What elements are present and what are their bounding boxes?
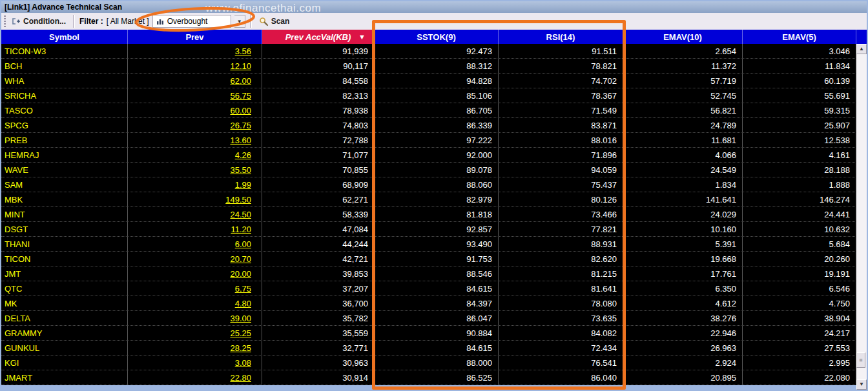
cell-prev[interactable]: 20.70 bbox=[128, 252, 262, 266]
cell-prev[interactable]: 20.00 bbox=[128, 266, 262, 281]
table-row[interactable]: GRAMMY25.2535,55990.88484.08222.94624.21… bbox=[1, 326, 856, 341]
cell-rsi: 71.896 bbox=[499, 148, 623, 162]
cell-symbol[interactable]: MK bbox=[1, 296, 128, 310]
cell-prev[interactable]: 4.80 bbox=[128, 296, 262, 310]
cell-symbol[interactable]: QTC bbox=[1, 281, 128, 296]
cell-symbol[interactable]: WAVE bbox=[1, 163, 128, 177]
cell-symbol[interactable]: GRAMMY bbox=[1, 326, 128, 340]
cell-prev[interactable]: 22.80 bbox=[128, 370, 262, 385]
cell-rsi: 73.466 bbox=[499, 207, 623, 221]
cell-symbol[interactable]: BCH bbox=[1, 59, 128, 73]
cell-prev[interactable]: 1.99 bbox=[128, 177, 262, 192]
table-row[interactable]: QTC6.7537,20784.61581.6416.3506.546 bbox=[1, 281, 856, 296]
cell-symbol[interactable]: HEMRAJ bbox=[1, 148, 128, 162]
table-row[interactable]: SPCG26.7574,80386.33983.87124.78925.907 bbox=[1, 118, 856, 133]
cell-emav5: 12.538 bbox=[743, 133, 856, 147]
table-row[interactable]: TICON20.7042,72191.75382.62019.66820.260 bbox=[1, 252, 856, 266]
cell-prev[interactable]: 26.75 bbox=[128, 118, 262, 132]
toolbar-grip[interactable] bbox=[4, 15, 6, 27]
cell-symbol[interactable]: GUNKUL bbox=[1, 341, 128, 355]
column-header-emav10[interactable]: EMAV(10) bbox=[623, 30, 743, 44]
sort-desc-icon[interactable]: ▼ bbox=[358, 33, 366, 41]
table-row[interactable]: GUNKUL28.2532,77184.61572.43426.96327.55… bbox=[1, 341, 856, 356]
table-row[interactable]: TASCO60.0078,93886.70571.54956.82159.315 bbox=[1, 103, 856, 118]
scroll-down-button[interactable]: ▼ bbox=[856, 379, 867, 390]
cell-symbol[interactable]: TASCO bbox=[1, 103, 128, 117]
table-row[interactable]: THANI6.0044,24493.49088.9315.3915.684 bbox=[1, 237, 856, 252]
column-header-prev[interactable]: Prev bbox=[128, 30, 262, 44]
scrollbar-thumb[interactable]: ≡ bbox=[856, 352, 865, 368]
cell-accval: 74,803 bbox=[262, 118, 375, 132]
table-body: TICON-W33.5691,93992.47391.5112.6543.046… bbox=[1, 44, 856, 385]
cell-prev[interactable]: 11.20 bbox=[128, 222, 262, 236]
cell-prev[interactable]: 13.60 bbox=[128, 133, 262, 147]
cell-symbol[interactable]: SPCG bbox=[1, 118, 128, 132]
scan-button[interactable]: Scan bbox=[256, 15, 293, 28]
cell-symbol[interactable]: MINT bbox=[1, 207, 128, 221]
cell-prev[interactable]: 6.00 bbox=[128, 237, 262, 251]
scan-type-dropdown-button[interactable]: ▼ bbox=[234, 15, 245, 28]
cell-symbol[interactable]: SAM bbox=[1, 177, 128, 192]
cell-sstok: 84.397 bbox=[375, 296, 499, 310]
table-row[interactable]: JMART22.8030,91486.52586.04020.89522.080 bbox=[1, 370, 856, 385]
cell-rsi: 81.641 bbox=[499, 281, 623, 296]
title-bar[interactable]: [Link1] Advance Technical Scan bbox=[1, 1, 867, 13]
table-row[interactable]: JMT20.0039,85388.54681.21517.76119.191 bbox=[1, 266, 856, 281]
table-row[interactable]: MINT24.5058,33981.81873.46624.02924.441 bbox=[1, 207, 856, 222]
scrollbar-track[interactable]: ≡ bbox=[856, 54, 867, 379]
table-row[interactable]: TICON-W33.5691,93992.47391.5112.6543.046 bbox=[1, 44, 856, 59]
cell-symbol[interactable]: THANI bbox=[1, 237, 128, 251]
cell-prev[interactable]: 149.50 bbox=[128, 192, 262, 206]
vertical-scrollbar[interactable]: ▲ ≡ ▼ bbox=[856, 30, 867, 390]
cell-emav10: 2.924 bbox=[623, 356, 743, 370]
column-header-rsi[interactable]: RSI(14) bbox=[499, 30, 623, 44]
column-header-sstok[interactable]: SSTOK(9) bbox=[375, 30, 499, 44]
scan-type-combobox[interactable]: Overbought bbox=[152, 15, 231, 28]
cell-prev[interactable]: 62.00 bbox=[128, 74, 262, 88]
cell-symbol[interactable]: WHA bbox=[1, 74, 128, 88]
cell-symbol[interactable]: SRICHA bbox=[1, 88, 128, 103]
cell-symbol[interactable]: DELTA bbox=[1, 311, 128, 325]
table-row[interactable]: WHA62.0084,55894.82874.70257.71960.139 bbox=[1, 74, 856, 88]
scroll-up-button[interactable]: ▲ bbox=[856, 44, 867, 54]
cell-prev[interactable]: 3.08 bbox=[128, 356, 262, 370]
cell-prev[interactable]: 28.25 bbox=[128, 341, 262, 355]
cell-prev[interactable]: 39.00 bbox=[128, 311, 262, 325]
table-row[interactable]: MBK149.5062,27182.97980.126141.641146.27… bbox=[1, 192, 856, 207]
cell-symbol[interactable]: MBK bbox=[1, 192, 128, 206]
cell-prev[interactable]: 6.75 bbox=[128, 281, 262, 296]
cell-symbol[interactable]: KGI bbox=[1, 356, 128, 370]
cell-prev[interactable]: 25.25 bbox=[128, 326, 262, 340]
table-row[interactable]: DELTA39.0035,78286.04773.63538.27638.904 bbox=[1, 311, 856, 326]
cell-prev[interactable]: 60.00 bbox=[128, 103, 262, 117]
cell-emav5: 1.888 bbox=[743, 177, 856, 192]
table-row[interactable]: HEMRAJ4.2671,07792.00071.8964.0664.161 bbox=[1, 148, 856, 163]
column-header-emav5[interactable]: EMAV(5) bbox=[743, 30, 856, 44]
cell-prev[interactable]: 56.75 bbox=[128, 88, 262, 103]
cell-prev[interactable]: 35.50 bbox=[128, 163, 262, 177]
table-row[interactable]: SRICHA56.7582,31385.10678.36752.74555.69… bbox=[1, 88, 856, 103]
table-row[interactable]: SAM1.9968,90988.06075.4371.8341.888 bbox=[1, 177, 856, 192]
cell-emav10: 11.681 bbox=[623, 133, 743, 147]
cell-symbol[interactable]: PREB bbox=[1, 133, 128, 147]
column-header-accval[interactable]: Prev AccVal(KB)▼ bbox=[262, 30, 375, 44]
table-row[interactable]: WAVE35.5070,85589.07894.05924.54928.188 bbox=[1, 163, 856, 177]
table-row[interactable]: DSGT11.2047,08492.85777.82110.16010.632 bbox=[1, 222, 856, 237]
cell-symbol[interactable]: JMT bbox=[1, 266, 128, 281]
table-row[interactable]: MK4.8036,70084.39778.0804.6124.750 bbox=[1, 296, 856, 311]
table-row[interactable]: BCH12.1090,11788.31278.82111.37211.834 bbox=[1, 59, 856, 74]
cell-sstok: 91.753 bbox=[375, 252, 499, 266]
cell-prev[interactable]: 24.50 bbox=[128, 207, 262, 221]
condition-button[interactable]: Condition... bbox=[9, 15, 68, 27]
table-row[interactable]: KGI3.0830,96388.00076.5412.9242.995 bbox=[1, 356, 856, 370]
cell-symbol[interactable]: TICON bbox=[1, 252, 128, 266]
cell-rsi: 78.367 bbox=[499, 88, 623, 103]
cell-symbol[interactable]: TICON-W3 bbox=[1, 44, 128, 58]
cell-prev[interactable]: 4.26 bbox=[128, 148, 262, 162]
table-row[interactable]: PREB13.6072,78897.22288.01611.68112.538 bbox=[1, 133, 856, 148]
cell-prev[interactable]: 12.10 bbox=[128, 59, 262, 73]
cell-symbol[interactable]: DSGT bbox=[1, 222, 128, 236]
cell-symbol[interactable]: JMART bbox=[1, 370, 128, 385]
column-header-symbol[interactable]: Symbol bbox=[1, 30, 128, 44]
cell-prev[interactable]: 3.56 bbox=[128, 44, 262, 58]
